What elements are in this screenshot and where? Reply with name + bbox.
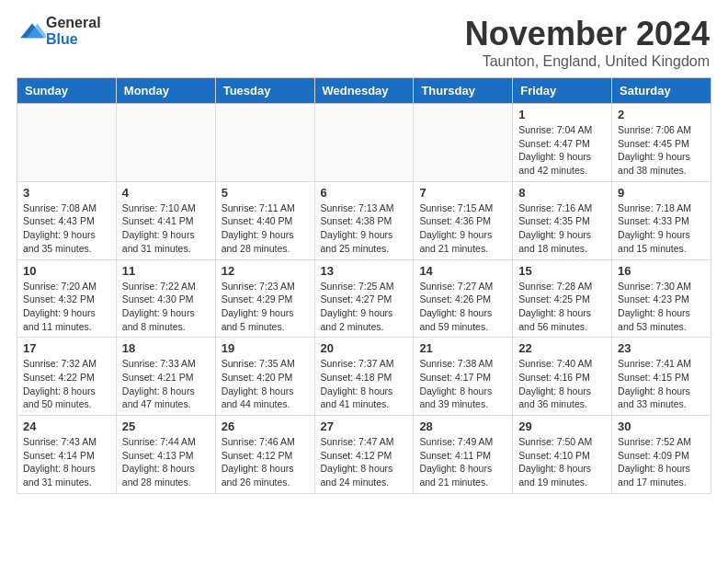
day-number: 27 xyxy=(321,419,408,433)
day-number: 21 xyxy=(419,341,506,355)
day-info: Sunrise: 7:16 AM Sunset: 4:35 PM Dayligh… xyxy=(518,201,606,256)
day-info: Sunrise: 7:35 AM Sunset: 4:20 PM Dayligh… xyxy=(222,357,309,411)
calendar-cell: 25Sunrise: 7:44 AM Sunset: 4:13 PM Dayli… xyxy=(116,416,215,494)
calendar-cell xyxy=(116,104,215,182)
calendar-cell: 1Sunrise: 7:04 AM Sunset: 4:47 PM Daylig… xyxy=(513,104,612,182)
day-info: Sunrise: 7:50 AM Sunset: 4:10 PM Dayligh… xyxy=(518,435,606,489)
day-header-monday: Monday xyxy=(116,78,215,104)
day-header-thursday: Thursday xyxy=(414,78,513,104)
day-info: Sunrise: 7:37 AM Sunset: 4:18 PM Dayligh… xyxy=(321,357,408,411)
title-area: November 2024 Taunton, England, United K… xyxy=(465,15,710,70)
calendar-cell: 19Sunrise: 7:35 AM Sunset: 4:20 PM Dayli… xyxy=(215,338,314,416)
day-header-sunday: Sunday xyxy=(17,78,117,104)
day-number: 23 xyxy=(618,341,705,355)
day-number: 25 xyxy=(122,419,210,433)
day-info: Sunrise: 7:22 AM Sunset: 4:30 PM Dayligh… xyxy=(122,280,210,334)
logo: General Blue xyxy=(18,15,101,47)
day-number: 26 xyxy=(222,419,309,433)
month-title: November 2024 xyxy=(465,15,710,53)
calendar-cell: 24Sunrise: 7:43 AM Sunset: 4:14 PM Dayli… xyxy=(17,416,117,494)
calendar-cell: 10Sunrise: 7:20 AM Sunset: 4:32 PM Dayli… xyxy=(17,259,117,338)
day-info: Sunrise: 7:44 AM Sunset: 4:13 PM Dayligh… xyxy=(122,435,210,489)
day-number: 11 xyxy=(122,264,210,278)
calendar-cell xyxy=(314,104,414,182)
day-info: Sunrise: 7:10 AM Sunset: 4:41 PM Dayligh… xyxy=(122,201,210,256)
calendar-week-4: 24Sunrise: 7:43 AM Sunset: 4:14 PM Dayli… xyxy=(17,416,711,494)
day-info: Sunrise: 7:06 AM Sunset: 4:45 PM Dayligh… xyxy=(618,123,705,178)
calendar-cell: 23Sunrise: 7:41 AM Sunset: 4:15 PM Dayli… xyxy=(612,338,711,416)
calendar-cell: 9Sunrise: 7:18 AM Sunset: 4:33 PM Daylig… xyxy=(612,181,711,259)
day-info: Sunrise: 7:18 AM Sunset: 4:33 PM Dayligh… xyxy=(618,201,705,256)
calendar-cell: 11Sunrise: 7:22 AM Sunset: 4:30 PM Dayli… xyxy=(116,259,215,338)
day-info: Sunrise: 7:52 AM Sunset: 4:09 PM Dayligh… xyxy=(618,435,705,489)
calendar-cell: 28Sunrise: 7:49 AM Sunset: 4:11 PM Dayli… xyxy=(414,416,513,494)
day-number: 29 xyxy=(518,419,606,433)
day-info: Sunrise: 7:13 AM Sunset: 4:38 PM Dayligh… xyxy=(321,201,408,256)
day-number: 19 xyxy=(222,341,309,355)
logo-icon xyxy=(18,22,46,40)
calendar-wrapper: SundayMondayTuesdayWednesdayThursdayFrid… xyxy=(0,77,728,503)
day-number: 1 xyxy=(518,108,606,121)
day-info: Sunrise: 7:38 AM Sunset: 4:17 PM Dayligh… xyxy=(419,357,506,411)
day-info: Sunrise: 7:08 AM Sunset: 4:43 PM Dayligh… xyxy=(23,201,110,256)
day-number: 15 xyxy=(518,264,606,278)
day-number: 24 xyxy=(23,419,110,433)
location-title: Taunton, England, United Kingdom xyxy=(465,53,710,70)
day-info: Sunrise: 7:23 AM Sunset: 4:29 PM Dayligh… xyxy=(222,280,309,334)
calendar-cell: 22Sunrise: 7:40 AM Sunset: 4:16 PM Dayli… xyxy=(513,338,612,416)
day-number: 8 xyxy=(518,186,606,200)
day-number: 5 xyxy=(222,186,309,200)
calendar-cell: 20Sunrise: 7:37 AM Sunset: 4:18 PM Dayli… xyxy=(314,338,414,416)
day-number: 28 xyxy=(419,419,506,433)
day-info: Sunrise: 7:30 AM Sunset: 4:23 PM Dayligh… xyxy=(618,280,705,334)
day-number: 13 xyxy=(321,264,408,278)
calendar-table: SundayMondayTuesdayWednesdayThursdayFrid… xyxy=(17,77,711,494)
day-info: Sunrise: 7:43 AM Sunset: 4:14 PM Dayligh… xyxy=(23,435,110,489)
day-info: Sunrise: 7:40 AM Sunset: 4:16 PM Dayligh… xyxy=(518,357,606,411)
calendar-cell: 27Sunrise: 7:47 AM Sunset: 4:12 PM Dayli… xyxy=(314,416,414,494)
day-number: 12 xyxy=(222,264,309,278)
calendar-cell: 5Sunrise: 7:11 AM Sunset: 4:40 PM Daylig… xyxy=(215,181,314,259)
calendar-cell: 2Sunrise: 7:06 AM Sunset: 4:45 PM Daylig… xyxy=(612,104,711,182)
calendar-cell xyxy=(215,104,314,182)
day-number: 10 xyxy=(23,264,110,278)
day-info: Sunrise: 7:20 AM Sunset: 4:32 PM Dayligh… xyxy=(23,280,110,334)
calendar-cell: 7Sunrise: 7:15 AM Sunset: 4:36 PM Daylig… xyxy=(414,181,513,259)
calendar-week-0: 1Sunrise: 7:04 AM Sunset: 4:47 PM Daylig… xyxy=(17,104,711,182)
calendar-cell: 4Sunrise: 7:10 AM Sunset: 4:41 PM Daylig… xyxy=(116,181,215,259)
calendar-cell: 15Sunrise: 7:28 AM Sunset: 4:25 PM Dayli… xyxy=(513,259,612,338)
calendar-cell: 18Sunrise: 7:33 AM Sunset: 4:21 PM Dayli… xyxy=(116,338,215,416)
day-number: 20 xyxy=(321,341,408,355)
day-info: Sunrise: 7:49 AM Sunset: 4:11 PM Dayligh… xyxy=(419,435,506,489)
calendar-week-1: 3Sunrise: 7:08 AM Sunset: 4:43 PM Daylig… xyxy=(17,181,711,259)
day-info: Sunrise: 7:27 AM Sunset: 4:26 PM Dayligh… xyxy=(419,280,506,334)
day-number: 6 xyxy=(321,186,408,200)
calendar-week-2: 10Sunrise: 7:20 AM Sunset: 4:32 PM Dayli… xyxy=(17,259,711,338)
day-number: 3 xyxy=(23,186,110,200)
calendar-cell: 26Sunrise: 7:46 AM Sunset: 4:12 PM Dayli… xyxy=(215,416,314,494)
day-info: Sunrise: 7:04 AM Sunset: 4:47 PM Dayligh… xyxy=(518,123,606,178)
calendar-cell: 17Sunrise: 7:32 AM Sunset: 4:22 PM Dayli… xyxy=(17,338,117,416)
logo-blue: Blue xyxy=(46,31,101,48)
calendar-cell: 30Sunrise: 7:52 AM Sunset: 4:09 PM Dayli… xyxy=(612,416,711,494)
calendar-cell: 12Sunrise: 7:23 AM Sunset: 4:29 PM Dayli… xyxy=(215,259,314,338)
day-header-wednesday: Wednesday xyxy=(314,78,414,104)
day-info: Sunrise: 7:28 AM Sunset: 4:25 PM Dayligh… xyxy=(518,280,606,334)
day-header-friday: Friday xyxy=(513,78,612,104)
day-info: Sunrise: 7:41 AM Sunset: 4:15 PM Dayligh… xyxy=(618,357,705,411)
day-number: 7 xyxy=(419,186,506,200)
day-number: 9 xyxy=(618,186,705,200)
day-info: Sunrise: 7:33 AM Sunset: 4:21 PM Dayligh… xyxy=(122,357,210,411)
calendar-cell: 13Sunrise: 7:25 AM Sunset: 4:27 PM Dayli… xyxy=(314,259,414,338)
day-number: 14 xyxy=(419,264,506,278)
logo-general: General xyxy=(46,15,101,31)
day-number: 18 xyxy=(122,341,210,355)
calendar-cell: 3Sunrise: 7:08 AM Sunset: 4:43 PM Daylig… xyxy=(17,181,117,259)
day-number: 16 xyxy=(618,264,705,278)
calendar-cell xyxy=(414,104,513,182)
calendar-cell: 6Sunrise: 7:13 AM Sunset: 4:38 PM Daylig… xyxy=(314,181,414,259)
day-header-tuesday: Tuesday xyxy=(215,78,314,104)
calendar-cell: 14Sunrise: 7:27 AM Sunset: 4:26 PM Dayli… xyxy=(414,259,513,338)
calendar-cell: 21Sunrise: 7:38 AM Sunset: 4:17 PM Dayli… xyxy=(414,338,513,416)
day-info: Sunrise: 7:46 AM Sunset: 4:12 PM Dayligh… xyxy=(222,435,309,489)
